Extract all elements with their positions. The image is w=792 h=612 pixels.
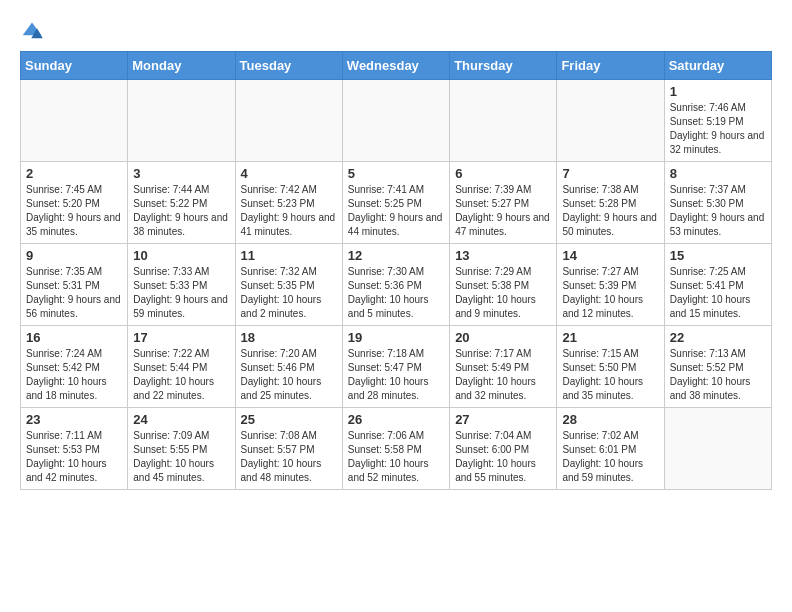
- header-cell-wednesday: Wednesday: [342, 52, 449, 80]
- day-info: Sunrise: 7:29 AM Sunset: 5:38 PM Dayligh…: [455, 265, 551, 321]
- day-info: Sunrise: 7:37 AM Sunset: 5:30 PM Dayligh…: [670, 183, 766, 239]
- day-info: Sunrise: 7:30 AM Sunset: 5:36 PM Dayligh…: [348, 265, 444, 321]
- day-number: 11: [241, 248, 337, 263]
- day-info: Sunrise: 7:04 AM Sunset: 6:00 PM Dayligh…: [455, 429, 551, 485]
- day-number: 27: [455, 412, 551, 427]
- day-info: Sunrise: 7:17 AM Sunset: 5:49 PM Dayligh…: [455, 347, 551, 403]
- day-number: 16: [26, 330, 122, 345]
- calendar-header: SundayMondayTuesdayWednesdayThursdayFrid…: [21, 52, 772, 80]
- day-info: Sunrise: 7:33 AM Sunset: 5:33 PM Dayligh…: [133, 265, 229, 321]
- day-cell: 16Sunrise: 7:24 AM Sunset: 5:42 PM Dayli…: [21, 326, 128, 408]
- day-info: Sunrise: 7:13 AM Sunset: 5:52 PM Dayligh…: [670, 347, 766, 403]
- day-cell: 10Sunrise: 7:33 AM Sunset: 5:33 PM Dayli…: [128, 244, 235, 326]
- day-cell: 21Sunrise: 7:15 AM Sunset: 5:50 PM Dayli…: [557, 326, 664, 408]
- calendar-table: SundayMondayTuesdayWednesdayThursdayFrid…: [20, 51, 772, 490]
- day-number: 18: [241, 330, 337, 345]
- day-info: Sunrise: 7:27 AM Sunset: 5:39 PM Dayligh…: [562, 265, 658, 321]
- day-number: 13: [455, 248, 551, 263]
- day-info: Sunrise: 7:18 AM Sunset: 5:47 PM Dayligh…: [348, 347, 444, 403]
- day-info: Sunrise: 7:08 AM Sunset: 5:57 PM Dayligh…: [241, 429, 337, 485]
- day-number: 26: [348, 412, 444, 427]
- day-number: 5: [348, 166, 444, 181]
- header-row: SundayMondayTuesdayWednesdayThursdayFrid…: [21, 52, 772, 80]
- day-number: 24: [133, 412, 229, 427]
- day-cell: 1Sunrise: 7:46 AM Sunset: 5:19 PM Daylig…: [664, 80, 771, 162]
- header: [20, 20, 772, 41]
- day-cell: 18Sunrise: 7:20 AM Sunset: 5:46 PM Dayli…: [235, 326, 342, 408]
- day-cell: 9Sunrise: 7:35 AM Sunset: 5:31 PM Daylig…: [21, 244, 128, 326]
- day-cell: 5Sunrise: 7:41 AM Sunset: 5:25 PM Daylig…: [342, 162, 449, 244]
- day-info: Sunrise: 7:39 AM Sunset: 5:27 PM Dayligh…: [455, 183, 551, 239]
- day-info: Sunrise: 7:06 AM Sunset: 5:58 PM Dayligh…: [348, 429, 444, 485]
- day-number: 9: [26, 248, 122, 263]
- day-info: Sunrise: 7:09 AM Sunset: 5:55 PM Dayligh…: [133, 429, 229, 485]
- day-number: 4: [241, 166, 337, 181]
- week-row-3: 9Sunrise: 7:35 AM Sunset: 5:31 PM Daylig…: [21, 244, 772, 326]
- day-cell: 26Sunrise: 7:06 AM Sunset: 5:58 PM Dayli…: [342, 408, 449, 490]
- day-cell: 28Sunrise: 7:02 AM Sunset: 6:01 PM Dayli…: [557, 408, 664, 490]
- day-cell: 15Sunrise: 7:25 AM Sunset: 5:41 PM Dayli…: [664, 244, 771, 326]
- day-info: Sunrise: 7:35 AM Sunset: 5:31 PM Dayligh…: [26, 265, 122, 321]
- day-number: 17: [133, 330, 229, 345]
- day-cell: [450, 80, 557, 162]
- day-cell: 6Sunrise: 7:39 AM Sunset: 5:27 PM Daylig…: [450, 162, 557, 244]
- day-info: Sunrise: 7:41 AM Sunset: 5:25 PM Dayligh…: [348, 183, 444, 239]
- day-info: Sunrise: 7:42 AM Sunset: 5:23 PM Dayligh…: [241, 183, 337, 239]
- day-cell: [128, 80, 235, 162]
- day-info: Sunrise: 7:46 AM Sunset: 5:19 PM Dayligh…: [670, 101, 766, 157]
- header-cell-thursday: Thursday: [450, 52, 557, 80]
- day-cell: 13Sunrise: 7:29 AM Sunset: 5:38 PM Dayli…: [450, 244, 557, 326]
- day-cell: 20Sunrise: 7:17 AM Sunset: 5:49 PM Dayli…: [450, 326, 557, 408]
- day-info: Sunrise: 7:44 AM Sunset: 5:22 PM Dayligh…: [133, 183, 229, 239]
- week-row-1: 1Sunrise: 7:46 AM Sunset: 5:19 PM Daylig…: [21, 80, 772, 162]
- day-number: 10: [133, 248, 229, 263]
- day-cell: 3Sunrise: 7:44 AM Sunset: 5:22 PM Daylig…: [128, 162, 235, 244]
- calendar-body: 1Sunrise: 7:46 AM Sunset: 5:19 PM Daylig…: [21, 80, 772, 490]
- day-number: 2: [26, 166, 122, 181]
- day-cell: 8Sunrise: 7:37 AM Sunset: 5:30 PM Daylig…: [664, 162, 771, 244]
- day-number: 8: [670, 166, 766, 181]
- day-number: 12: [348, 248, 444, 263]
- day-cell: 7Sunrise: 7:38 AM Sunset: 5:28 PM Daylig…: [557, 162, 664, 244]
- day-number: 19: [348, 330, 444, 345]
- week-row-4: 16Sunrise: 7:24 AM Sunset: 5:42 PM Dayli…: [21, 326, 772, 408]
- week-row-5: 23Sunrise: 7:11 AM Sunset: 5:53 PM Dayli…: [21, 408, 772, 490]
- logo: [20, 20, 48, 41]
- day-cell: 27Sunrise: 7:04 AM Sunset: 6:00 PM Dayli…: [450, 408, 557, 490]
- day-cell: 2Sunrise: 7:45 AM Sunset: 5:20 PM Daylig…: [21, 162, 128, 244]
- day-cell: 14Sunrise: 7:27 AM Sunset: 5:39 PM Dayli…: [557, 244, 664, 326]
- header-cell-sunday: Sunday: [21, 52, 128, 80]
- header-cell-friday: Friday: [557, 52, 664, 80]
- day-cell: 4Sunrise: 7:42 AM Sunset: 5:23 PM Daylig…: [235, 162, 342, 244]
- header-cell-saturday: Saturday: [664, 52, 771, 80]
- day-info: Sunrise: 7:38 AM Sunset: 5:28 PM Dayligh…: [562, 183, 658, 239]
- day-cell: 19Sunrise: 7:18 AM Sunset: 5:47 PM Dayli…: [342, 326, 449, 408]
- day-info: Sunrise: 7:22 AM Sunset: 5:44 PM Dayligh…: [133, 347, 229, 403]
- day-info: Sunrise: 7:20 AM Sunset: 5:46 PM Dayligh…: [241, 347, 337, 403]
- day-cell: 12Sunrise: 7:30 AM Sunset: 5:36 PM Dayli…: [342, 244, 449, 326]
- day-info: Sunrise: 7:02 AM Sunset: 6:01 PM Dayligh…: [562, 429, 658, 485]
- day-cell: 25Sunrise: 7:08 AM Sunset: 5:57 PM Dayli…: [235, 408, 342, 490]
- day-number: 3: [133, 166, 229, 181]
- day-number: 28: [562, 412, 658, 427]
- day-cell: [557, 80, 664, 162]
- day-cell: 23Sunrise: 7:11 AM Sunset: 5:53 PM Dayli…: [21, 408, 128, 490]
- day-number: 21: [562, 330, 658, 345]
- day-number: 7: [562, 166, 658, 181]
- day-cell: 24Sunrise: 7:09 AM Sunset: 5:55 PM Dayli…: [128, 408, 235, 490]
- day-number: 15: [670, 248, 766, 263]
- day-info: Sunrise: 7:11 AM Sunset: 5:53 PM Dayligh…: [26, 429, 122, 485]
- day-cell: 17Sunrise: 7:22 AM Sunset: 5:44 PM Dayli…: [128, 326, 235, 408]
- day-info: Sunrise: 7:45 AM Sunset: 5:20 PM Dayligh…: [26, 183, 122, 239]
- day-info: Sunrise: 7:15 AM Sunset: 5:50 PM Dayligh…: [562, 347, 658, 403]
- day-cell: [235, 80, 342, 162]
- day-cell: 22Sunrise: 7:13 AM Sunset: 5:52 PM Dayli…: [664, 326, 771, 408]
- day-cell: [342, 80, 449, 162]
- day-number: 22: [670, 330, 766, 345]
- day-number: 6: [455, 166, 551, 181]
- week-row-2: 2Sunrise: 7:45 AM Sunset: 5:20 PM Daylig…: [21, 162, 772, 244]
- logo-icon: [20, 21, 44, 41]
- day-info: Sunrise: 7:24 AM Sunset: 5:42 PM Dayligh…: [26, 347, 122, 403]
- day-number: 23: [26, 412, 122, 427]
- day-number: 14: [562, 248, 658, 263]
